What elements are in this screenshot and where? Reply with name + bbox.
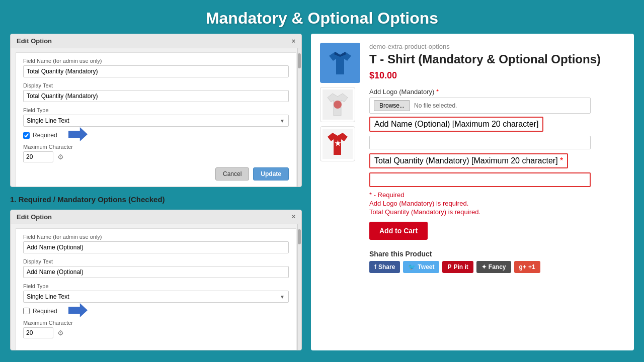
field-name-group-2: Field Name (for admin use only): [23, 234, 289, 253]
edit-option-title-2: Edit Option: [17, 213, 52, 221]
share-pinterest-button[interactable]: P Pin it: [442, 261, 473, 273]
share-googleplus-button[interactable]: g+ +1: [514, 261, 540, 273]
field-type-label-1: Field Type: [23, 107, 289, 113]
field-name-group-1: Field Name (for admin use only): [23, 58, 289, 77]
edit-option-body-2: Field Name (for admin use only) Display …: [16, 228, 296, 350]
field-type-group-2: Field Type Single Line Text ▼: [23, 283, 289, 303]
edit-option-header-1: Edit Option ×: [11, 34, 301, 48]
right-panel: ★ demo-extra-product-options T - Shirt (…: [311, 34, 634, 350]
product-image-red[interactable]: ★: [320, 126, 355, 161]
field2-input[interactable]: [369, 136, 591, 149]
section-label-1: 1. Required / Mandatory Options (Checked…: [10, 195, 302, 204]
svg-text:★: ★: [335, 139, 341, 147]
required-checkbox-2[interactable]: [23, 308, 30, 314]
display-text-label-1: Display Text: [23, 82, 289, 88]
field3-required-star: *: [560, 156, 563, 165]
share-title: Share this Product: [369, 250, 622, 258]
update-button-1[interactable]: Update: [253, 167, 289, 180]
required-checkbox-label-1[interactable]: Required: [33, 132, 57, 139]
max-char-input-1[interactable]: [23, 151, 53, 162]
max-char-group-1: Maximum Character ⚙: [23, 144, 289, 162]
display-text-input-1[interactable]: [23, 90, 289, 102]
page-title: Mandatory & Optional Options: [0, 0, 644, 34]
product-price: $10.00: [369, 70, 622, 81]
field-name-label-2: Field Name (for admin use only): [23, 234, 289, 240]
share-twitter-button[interactable]: 🐦 Tweet: [403, 261, 439, 273]
close-button-1[interactable]: ×: [292, 38, 295, 45]
field-type-group-1: Field Type Single Line Text ▼: [23, 107, 289, 127]
arrow-icon-1: [68, 127, 88, 143]
left-panel: Edit Option × Field Name (for admin use …: [10, 34, 302, 350]
field3-label-wrapper: Total Quantity (Mandatory) [Maximum 20 c…: [369, 153, 622, 170]
fancy-icon: ✦: [481, 263, 487, 270]
scrollbar-thumb-2: [298, 229, 301, 244]
scrollbar-1: [297, 48, 301, 187]
max-char-icon-1: ⚙: [57, 153, 64, 161]
display-text-group-1: Display Text: [23, 82, 289, 102]
field3-input[interactable]: [369, 172, 591, 187]
browse-button[interactable]: Browse...: [374, 100, 410, 111]
field-name-input-2[interactable]: [23, 241, 289, 253]
no-file-text: No file selected.: [414, 102, 457, 109]
product-images: ★: [320, 43, 360, 161]
edit-option-box-2: Edit Option × Field Name (for admin use …: [10, 210, 302, 350]
edit-option-header-2: Edit Option ×: [11, 210, 301, 224]
store-name: demo-extra-product-options: [369, 43, 622, 50]
product-title: T - Shirt (Mandatory & Optional Options): [369, 52, 622, 66]
field-type-label-2: Field Type: [23, 283, 289, 289]
required-row-1: Required: [23, 132, 289, 139]
share-fancy-button[interactable]: ✦ Fancy: [476, 261, 511, 273]
error-message-1: Add Logo (Mandatory) is required.: [369, 200, 622, 207]
display-text-label-2: Display Text: [23, 258, 289, 264]
cancel-button-1[interactable]: Cancel: [215, 167, 249, 180]
max-char-label-1: Maximum Character: [23, 144, 289, 150]
product-details: demo-extra-product-options T - Shirt (Ma…: [369, 43, 622, 273]
field3-label: Total Quantity (Mandatory) [Maximum 20 c…: [369, 153, 568, 168]
pinterest-icon: P: [447, 263, 451, 270]
add-to-cart-button[interactable]: Add to Cart: [369, 222, 428, 240]
product-image-blue[interactable]: [320, 43, 360, 83]
field-type-select-2[interactable]: Single Line Text: [23, 291, 289, 303]
twitter-icon: 🐦: [408, 263, 416, 270]
googleplus-icon: g+: [519, 263, 526, 270]
field1-required-star: *: [436, 88, 439, 96]
max-char-icon-2: ⚙: [57, 329, 64, 337]
required-row-2: Required: [23, 308, 289, 315]
edit-option-title-1: Edit Option: [17, 37, 52, 45]
facebook-icon: f: [374, 263, 376, 270]
edit-option-box-1: Edit Option × Field Name (for admin use …: [10, 34, 302, 187]
field-type-select-1[interactable]: Single Line Text: [23, 115, 289, 127]
share-section: Share this Product f Share 🐦 Tweet: [369, 250, 622, 273]
share-buttons: f Share 🐦 Tweet P Pin it: [369, 261, 622, 273]
field1-label: Add Logo (Mandatory) *: [369, 88, 622, 96]
field-name-input-1[interactable]: [23, 65, 289, 77]
svg-point-5: [334, 101, 342, 109]
product-image-white[interactable]: [320, 87, 355, 122]
display-text-input-2[interactable]: [23, 266, 289, 278]
field2-label: Add Name (Optional) [Maximum 20 characte…: [369, 117, 543, 132]
page-wrapper: Mandatory & Optional Options Edit Option…: [0, 0, 644, 362]
edit-option-body-1: Field Name (for admin use only) Display …: [16, 52, 296, 187]
field-name-label-1: Field Name (for admin use only): [23, 58, 289, 64]
display-text-group-2: Display Text: [23, 258, 289, 278]
max-char-input-2[interactable]: [23, 327, 53, 338]
file-upload-row: Browse... No file selected.: [369, 98, 591, 114]
arrow-icon-2: [68, 303, 88, 319]
max-char-label-2: Maximum Character: [23, 320, 289, 326]
share-facebook-button[interactable]: f Share: [369, 261, 400, 273]
scrollbar-2: [297, 224, 301, 350]
field2-label-wrapper: Add Name (Optional) [Maximum 20 characte…: [369, 117, 622, 134]
max-char-group-2: Maximum Character ⚙: [23, 320, 289, 338]
required-checkbox-label-2[interactable]: Required: [33, 308, 57, 315]
close-button-2[interactable]: ×: [292, 213, 295, 220]
required-note: * - Required: [369, 191, 622, 199]
required-checkbox-1[interactable]: [23, 132, 30, 139]
error-message-2: Total Quantity (Mandatory) is required.: [369, 208, 622, 216]
scrollbar-thumb-1: [298, 53, 301, 68]
form-buttons-1: Cancel Update: [23, 167, 289, 180]
